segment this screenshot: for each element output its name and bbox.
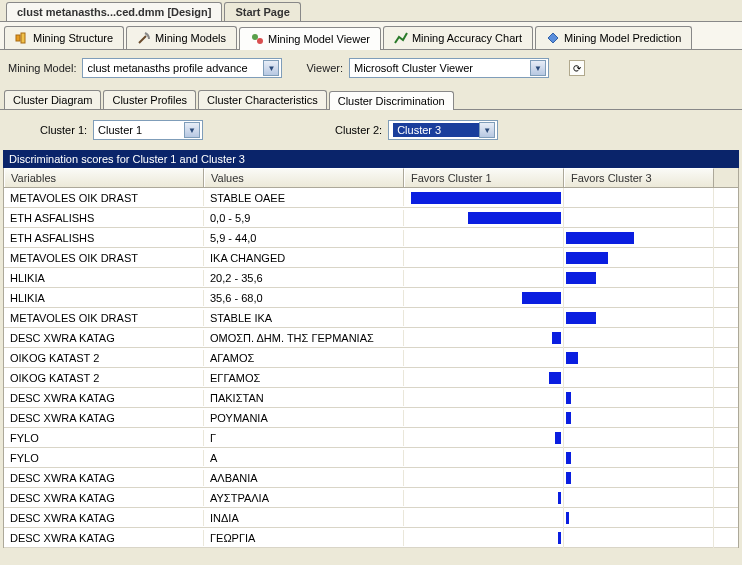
tab-cluster-characteristics[interactable]: Cluster Characteristics [198, 90, 327, 109]
dropdown-text: Cluster 1 [98, 124, 184, 136]
cell-value: STABLE IKA [204, 310, 404, 326]
dropdown-text: Microsoft Cluster Viewer [354, 62, 530, 74]
svg-rect-1 [21, 33, 25, 43]
cell-favors1 [404, 348, 564, 368]
tab-mining-accuracy-chart[interactable]: Mining Accuracy Chart [383, 26, 533, 49]
cell-variable: HLIKIA [4, 290, 204, 306]
cluster1-dropdown[interactable]: Cluster 1 ▼ [93, 120, 203, 140]
bar-icon [555, 432, 561, 444]
cell-variable: DESC XWRA KATAG [4, 510, 204, 526]
mining-model-dropdown[interactable]: clust metanasths profile advance ▼ [82, 58, 282, 78]
cell-favors1 [404, 468, 564, 488]
cell-variable: METAVOLES OIK DRAST [4, 310, 204, 326]
cell-favors1 [404, 328, 564, 348]
cell-favors1 [404, 248, 564, 268]
bar-icon [566, 252, 608, 264]
cell-variable: DESC XWRA KATAG [4, 490, 204, 506]
bar-icon [566, 272, 596, 284]
table-row[interactable]: FYLOΓ [4, 428, 738, 448]
tab-mining-model-prediction[interactable]: Mining Model Prediction [535, 26, 692, 49]
cell-favors2 [564, 528, 714, 548]
col-favors1[interactable]: Favors Cluster 1 [404, 168, 564, 187]
table-row[interactable]: DESC XWRA KATAGΙΝΔΙΑ [4, 508, 738, 528]
cell-value: ΑΛΒΑΝΙΑ [204, 470, 404, 486]
cell-value: ΑΥΣΤΡΑΛΙΑ [204, 490, 404, 506]
cell-favors2 [564, 448, 714, 468]
cell-favors2 [564, 508, 714, 528]
viewer-dropdown[interactable]: Microsoft Cluster Viewer ▼ [349, 58, 549, 78]
cell-favors1 [404, 508, 564, 528]
cell-value: ΡΟΥΜΑΝΙΑ [204, 410, 404, 426]
bar-icon [566, 452, 571, 464]
cell-favors2 [564, 488, 714, 508]
document-tabs: clust metanasths...ced.dmm [Design] Star… [0, 0, 742, 22]
tab-mining-models[interactable]: Mining Models [126, 26, 237, 49]
tab-label: Mining Model Prediction [564, 32, 681, 44]
tab-label: Mining Model Viewer [268, 33, 370, 45]
refresh-icon[interactable]: ⟳ [569, 60, 585, 76]
viewer-icon [250, 32, 264, 46]
table-row[interactable]: ETH ASFALISHS0,0 - 5,9 [4, 208, 738, 228]
col-values[interactable]: Values [204, 168, 404, 187]
cell-value: IKA CHANGED [204, 250, 404, 266]
table-row[interactable]: FYLOΑ [4, 448, 738, 468]
chart-icon [394, 31, 408, 45]
table-row[interactable]: OIKOG KATAST 2ΕΓΓΑΜΟΣ [4, 368, 738, 388]
cell-variable: OIKOG KATAST 2 [4, 370, 204, 386]
svg-point-3 [257, 38, 263, 44]
bar-icon [558, 492, 561, 504]
cell-variable: DESC XWRA KATAG [4, 330, 204, 346]
table-row[interactable]: HLIKIA35,6 - 68,0 [4, 288, 738, 308]
table-row[interactable]: OIKOG KATAST 2ΑΓΑΜΟΣ [4, 348, 738, 368]
bar-icon [566, 512, 569, 524]
cell-favors2 [564, 288, 714, 308]
table-row[interactable]: ETH ASFALISHS5,9 - 44,0 [4, 228, 738, 248]
tab-mining-model-viewer[interactable]: Mining Model Viewer [239, 27, 381, 50]
table-row[interactable]: METAVOLES OIK DRASTSTABLE OAEE [4, 188, 738, 208]
table-row[interactable]: DESC XWRA KATAGΠΑΚΙΣΤΑΝ [4, 388, 738, 408]
tab-cluster-diagram[interactable]: Cluster Diagram [4, 90, 101, 109]
table-row[interactable]: DESC XWRA KATAGΟΜΟΣΠ. ΔΗΜ. ΤΗΣ ΓΕΡΜΑΝΙΑΣ [4, 328, 738, 348]
table-row[interactable]: DESC XWRA KATAGΑΛΒΑΝΙΑ [4, 468, 738, 488]
pickaxe-icon [137, 31, 151, 45]
chevron-down-icon: ▼ [263, 60, 279, 76]
chevron-down-icon: ▼ [530, 60, 546, 76]
dropdown-text: clust metanasths profile advance [87, 62, 263, 74]
table-row[interactable]: DESC XWRA KATAGΓΕΩΡΓΙΑ [4, 528, 738, 548]
cell-variable: ETH ASFALISHS [4, 230, 204, 246]
cell-favors1 [404, 448, 564, 468]
cell-variable: METAVOLES OIK DRAST [4, 250, 204, 266]
table-row[interactable]: HLIKIA20,2 - 35,6 [4, 268, 738, 288]
cell-favors2 [564, 468, 714, 488]
cell-favors2 [564, 368, 714, 388]
mining-model-label: Mining Model: [8, 62, 76, 74]
cell-favors1 [404, 308, 564, 328]
tab-cluster-discrimination[interactable]: Cluster Discrimination [329, 91, 454, 110]
bar-icon [566, 412, 571, 424]
cell-favors1 [404, 228, 564, 248]
tab-mining-structure[interactable]: Mining Structure [4, 26, 124, 49]
cell-value: ΟΜΟΣΠ. ΔΗΜ. ΤΗΣ ΓΕΡΜΑΝΙΑΣ [204, 330, 404, 346]
bar-icon [522, 292, 561, 304]
table-row[interactable]: METAVOLES OIK DRASTSTABLE IKA [4, 308, 738, 328]
cluster2-dropdown[interactable]: Cluster 3 ▼ [388, 120, 498, 140]
tab-start-page[interactable]: Start Page [224, 2, 300, 21]
tab-design[interactable]: clust metanasths...ced.dmm [Design] [6, 2, 222, 21]
svg-marker-4 [548, 33, 558, 43]
cell-favors1 [404, 288, 564, 308]
col-variables[interactable]: Variables [4, 168, 204, 187]
tab-cluster-profiles[interactable]: Cluster Profiles [103, 90, 196, 109]
svg-point-2 [252, 34, 258, 40]
col-favors2[interactable]: Favors Cluster 3 [564, 168, 714, 187]
grid-header: Variables Values Favors Cluster 1 Favors… [4, 168, 738, 188]
table-row[interactable]: METAVOLES OIK DRASTIKA CHANGED [4, 248, 738, 268]
cell-favors2 [564, 328, 714, 348]
tab-label: Mining Models [155, 32, 226, 44]
chevron-down-icon: ▼ [479, 122, 495, 138]
diamond-icon [546, 31, 560, 45]
table-row[interactable]: DESC XWRA KATAGΑΥΣΤΡΑΛΙΑ [4, 488, 738, 508]
cell-favors1 [404, 188, 564, 208]
table-row[interactable]: DESC XWRA KATAGΡΟΥΜΑΝΙΑ [4, 408, 738, 428]
cell-favors2 [564, 268, 714, 288]
cell-value: Γ [204, 430, 404, 446]
